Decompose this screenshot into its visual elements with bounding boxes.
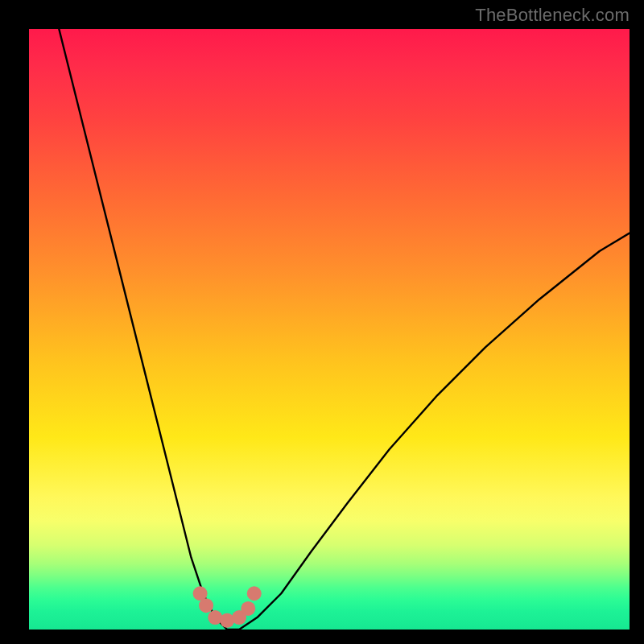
plot-area [29, 29, 630, 630]
marker-dot [199, 598, 213, 613]
marker-dot [241, 601, 255, 616]
watermark-text: TheBottleneck.com [475, 5, 630, 26]
curve-line [59, 29, 630, 630]
chart-svg [29, 29, 630, 630]
chart-frame: TheBottleneck.com [0, 0, 644, 644]
marker-dot [247, 586, 262, 601]
